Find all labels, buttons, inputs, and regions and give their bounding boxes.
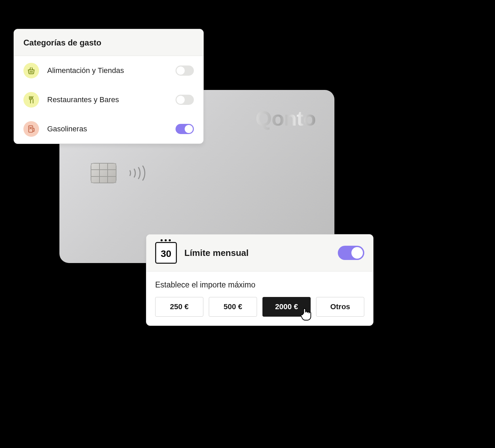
fork-knife-icon [23,92,39,108]
card-chip [91,163,116,183]
category-row: Gasolineras [14,114,203,144]
category-toggle[interactable] [176,95,194,105]
spend-categories-list: Alimentación y TiendasRestaurantes y Bar… [14,56,203,144]
brand-logo: Qonto [256,106,316,130]
amount-option[interactable]: 2000 € [262,297,311,317]
amount-option[interactable]: Otros [316,297,364,317]
monthly-limit-header: 30 Límite mensual [146,235,373,272]
category-row: Restaurantes y Bares [14,85,203,114]
contactless-icon [126,163,146,183]
basket-icon [23,63,39,78]
monthly-limit-toggle[interactable] [338,246,364,260]
monthly-limit-body: Establece el importe máximo 250 €500 €20… [146,272,373,325]
category-label: Restaurantes y Bares [47,95,167,104]
limit-instruction: Establece el importe máximo [155,280,364,290]
category-label: Gasolineras [47,125,167,133]
category-toggle[interactable] [176,124,194,134]
category-label: Alimentación y Tiendas [47,66,167,75]
calendar-day: 30 [161,248,171,259]
category-toggle[interactable] [176,66,194,76]
calendar-icon: 30 [155,242,177,264]
monthly-limit-panel: 30 Límite mensual Establece el importe m… [146,234,373,326]
spend-categories-panel: Categorías de gasto Alimentación y Tiend… [14,29,204,144]
spend-categories-title: Categorías de gasto [14,29,203,56]
category-row: Alimentación y Tiendas [14,56,203,85]
amount-options: 250 €500 €2000 €Otros [155,297,364,317]
svg-rect-0 [29,126,33,132]
amount-option[interactable]: 250 € [155,297,203,317]
amount-option[interactable]: 500 € [209,297,257,317]
fuel-icon [23,121,39,137]
monthly-limit-title: Límite mensual [184,248,330,258]
